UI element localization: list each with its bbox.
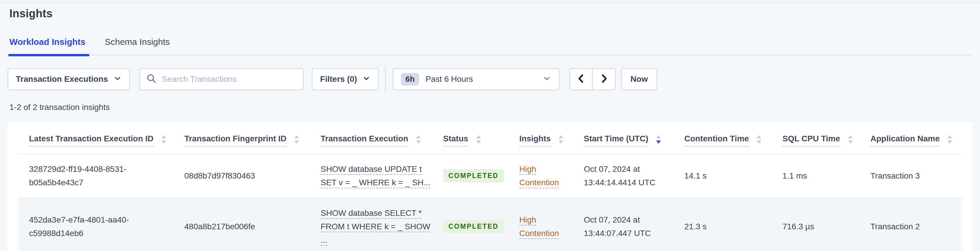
column-header-insights[interactable]: Insights <box>519 134 584 153</box>
time-nav-arrows <box>570 68 616 90</box>
time-range-picker[interactable]: 6h Past 6 Hours <box>393 68 560 90</box>
next-time-range-button[interactable] <box>593 69 615 90</box>
sort-icon[interactable] <box>161 135 167 147</box>
cell-application-name: Transaction 3 <box>870 154 961 198</box>
column-header-transaction-fingerprint-id[interactable]: Transaction Fingerprint ID <box>185 134 321 153</box>
cell-application-name: Transaction 2 <box>870 198 961 251</box>
cell-contention-time: 14.1 s <box>684 154 783 198</box>
chevron-down-icon <box>362 74 371 85</box>
column-header-sql-cpu-time[interactable]: SQL CPU Time <box>783 134 870 153</box>
transaction-execution-link[interactable]: SHOW database SELECT * FROM t WHERE k = … <box>321 206 431 247</box>
cell-status: COMPLETED <box>443 198 519 251</box>
toolbar-divider <box>385 66 386 92</box>
results-summary: 1-2 of 2 transaction insights <box>10 102 980 112</box>
tab-workload-insights[interactable]: Workload Insights <box>9 37 86 55</box>
chevron-left-icon <box>576 73 586 85</box>
cell-start-time: Oct 07, 2024 at 13:44:14.4414 UTC <box>584 154 684 198</box>
sort-icon[interactable] <box>947 135 953 147</box>
cell-sql-cpu-time: 1.1 ms <box>783 154 870 198</box>
sort-icon[interactable] <box>476 135 481 147</box>
status-badge: COMPLETED <box>443 220 504 233</box>
time-preset-badge: 6h <box>401 73 419 86</box>
sort-icon[interactable] <box>756 135 762 147</box>
column-header-transaction-execution[interactable]: Transaction Execution <box>321 134 443 153</box>
column-header-latest-transaction-execution-id[interactable]: Latest Transaction Execution ID <box>19 134 185 153</box>
insights-page: Insights Workload Insights Schema Insigh… <box>0 7 980 251</box>
cell-transaction-execution: SHOW database SELECT * FROM t WHERE k = … <box>321 198 443 251</box>
cell-start-time: Oct 07, 2024 at 13:44:07.447 UTC <box>584 198 684 251</box>
now-button[interactable]: Now <box>621 68 657 90</box>
sort-icon-active-desc[interactable] <box>656 135 661 147</box>
filters-label: Filters (0) <box>320 75 357 84</box>
chevron-right-icon <box>599 73 609 85</box>
cell-execution-id: 328729d2-ff19-4408-8531-b05a5b4e43c7 <box>19 154 185 198</box>
column-header-application-name[interactable]: Application Name <box>870 134 964 153</box>
column-header-status[interactable]: Status <box>443 134 519 153</box>
cell-fingerprint-id: 08d8b7d97f830463 <box>185 154 321 198</box>
top-divider <box>0 0 980 3</box>
chevron-down-icon <box>113 74 122 85</box>
sort-icon[interactable] <box>848 135 853 147</box>
insights-table-card: Latest Transaction Execution ID Transact… <box>7 122 973 251</box>
insight-high-contention-link[interactable]: High Contention <box>519 213 567 240</box>
sort-icon[interactable] <box>294 135 299 147</box>
transaction-execution-link[interactable]: SHOW database UPDATE t SET v = _ WHERE k… <box>321 163 431 189</box>
toolbar: Transaction Executions Filters (0) 6h Pa… <box>8 67 980 91</box>
sort-icon[interactable] <box>558 135 563 147</box>
search-box[interactable] <box>140 68 304 90</box>
previous-time-range-button[interactable] <box>570 69 593 90</box>
column-header-start-time[interactable]: Start Time (UTC) <box>584 134 684 153</box>
cell-status: COMPLETED <box>443 154 519 198</box>
column-header-contention-time[interactable]: Contention Time <box>684 134 783 153</box>
cell-transaction-execution: SHOW database UPDATE t SET v = _ WHERE k… <box>321 154 443 198</box>
insights-tabs: Workload Insights Schema Insights <box>9 37 971 56</box>
sort-icon[interactable] <box>416 135 421 147</box>
cell-insights: High Contention <box>519 198 584 251</box>
cell-insights: High Contention <box>519 154 584 198</box>
execution-type-dropdown[interactable]: Transaction Executions <box>8 68 130 90</box>
insight-high-contention-link[interactable]: High Contention <box>519 163 567 189</box>
filters-dropdown[interactable]: Filters (0) <box>312 68 379 90</box>
cell-fingerprint-id: 480a8b217be006fe <box>185 198 321 251</box>
status-badge: COMPLETED <box>443 169 504 182</box>
chevron-down-icon <box>542 74 551 85</box>
time-range-label: Past 6 Hours <box>426 75 473 84</box>
table-row: 328729d2-ff19-4408-8531-b05a5b4e43c7 08d… <box>19 154 961 198</box>
execution-type-label: Transaction Executions <box>16 75 108 84</box>
cell-contention-time: 21.3 s <box>684 198 783 251</box>
table-header-row: Latest Transaction Execution ID Transact… <box>19 122 961 154</box>
now-button-label: Now <box>630 75 648 84</box>
page-title: Insights <box>10 7 980 20</box>
search-icon <box>146 73 157 85</box>
table-row: 452da3e7-e7fa-4801-aa40-c59988d14eb6 480… <box>19 198 961 251</box>
tab-schema-insights[interactable]: Schema Insights <box>104 37 170 55</box>
cell-sql-cpu-time: 716.3 µs <box>783 198 870 251</box>
cell-execution-id: 452da3e7-e7fa-4801-aa40-c59988d14eb6 <box>19 198 185 251</box>
search-input[interactable] <box>162 75 297 84</box>
